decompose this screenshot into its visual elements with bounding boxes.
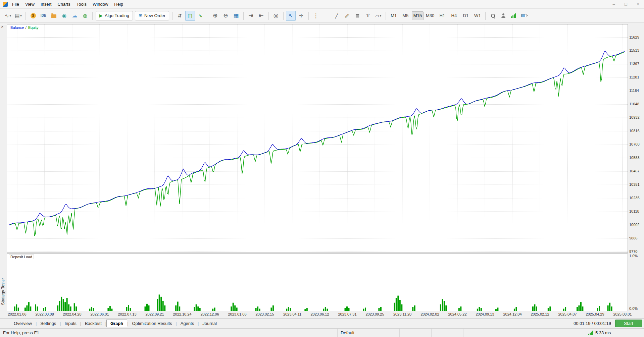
search-button[interactable]: [488, 11, 498, 21]
y-axis-label: 10467: [629, 169, 640, 173]
metaeditor-button[interactable]: IDE: [39, 11, 48, 21]
cursor-button[interactable]: ↖: [286, 11, 296, 21]
fibonacci-icon: ≣: [355, 13, 360, 18]
timeframe-w1[interactable]: W1: [472, 11, 483, 20]
timeframe-h4[interactable]: H4: [448, 11, 459, 20]
tab-journal[interactable]: Journal: [199, 320, 220, 327]
objects-button[interactable]: ▱▾: [374, 11, 383, 21]
connection-status-button[interactable]: [509, 11, 518, 21]
cursor-arrow-icon: ↖: [289, 13, 293, 18]
tab-backtest[interactable]: Backtest: [81, 320, 105, 327]
toolbar-separator: [485, 12, 486, 20]
timeframe-m5[interactable]: M5: [400, 11, 411, 20]
date-tick-label: 2024.05.22: [448, 312, 466, 316]
menu: FileViewInsertChartsToolsWindowHelp: [9, 0, 126, 8]
menu-item-help[interactable]: Help: [111, 0, 126, 8]
date-tick-label: 2023.11.20: [393, 312, 411, 316]
tester-tabs-row: Overview|Settings|Inputs|Backtest|Graph|…: [0, 318, 644, 328]
tile-windows-icon: ◫: [188, 13, 192, 18]
depth-of-market-button[interactable]: ⇵: [175, 11, 185, 21]
menu-item-window[interactable]: Window: [90, 0, 111, 8]
trendline-button[interactable]: ╱: [332, 11, 342, 21]
timeframe-h1[interactable]: H1: [437, 11, 448, 20]
grid-button[interactable]: ▦: [231, 11, 241, 21]
tick-chart-button[interactable]: ∿: [196, 11, 205, 21]
channel-button[interactable]: ∥: [342, 11, 352, 21]
tab-optimization-results[interactable]: Optimization Results: [128, 320, 176, 327]
toolbar-separator: [283, 12, 284, 20]
y-axis-label: 10235: [629, 196, 640, 200]
deposit-max-label: 1.0%: [629, 254, 638, 258]
tab-settings[interactable]: Settings: [37, 320, 60, 327]
chart-shift-button[interactable]: ⇥: [246, 11, 256, 21]
tab-overview[interactable]: Overview: [10, 320, 36, 327]
crosshair-button[interactable]: ✛: [296, 11, 306, 21]
date-tick-label: 2022.12.06: [200, 312, 219, 316]
market-button[interactable]: [49, 11, 59, 21]
menu-item-insert[interactable]: Insert: [38, 0, 55, 8]
shapes-icon: ▱: [375, 13, 379, 18]
timeframe-m30[interactable]: M30: [424, 11, 436, 20]
minimize-button[interactable]: –: [608, 0, 620, 8]
maximize-button[interactable]: □: [620, 0, 632, 8]
market-watch-button[interactable]: $: [28, 11, 38, 21]
text-button[interactable]: T: [363, 11, 373, 21]
date-tick-label: 2022.07.13: [118, 312, 136, 316]
date-tick-label: 2025.04.07: [558, 312, 577, 316]
balance-equity-chart: Balance / Equity: [7, 24, 628, 253]
y-axis-label: 11513: [629, 48, 639, 52]
menu-item-view[interactable]: View: [22, 0, 38, 8]
connection-cell: 5.33 ms: [585, 329, 644, 337]
tab-agents[interactable]: Agents: [177, 320, 198, 327]
timeframe-m1[interactable]: M1: [388, 11, 399, 20]
legend-balance: Balance: [10, 25, 24, 30]
new-order-button-label: New Order: [144, 13, 165, 18]
balance-equity-plot: [7, 24, 628, 252]
close-tester-icon[interactable]: ×: [1, 24, 4, 29]
help-text: For Help, press F1: [0, 329, 338, 337]
tab-inputs[interactable]: Inputs: [61, 320, 80, 327]
toolbar-separator: [308, 12, 309, 20]
date-tick-label: 2022.04.28: [63, 312, 81, 316]
vertical-line-button[interactable]: ┆: [311, 11, 321, 21]
timeframe-m15[interactable]: M15: [412, 11, 424, 20]
menu-item-charts[interactable]: Charts: [54, 0, 73, 8]
date-tick-label: 2023.06.12: [310, 312, 329, 316]
tester-title-strip: × Strategy Tester: [0, 24, 7, 318]
date-tick-label: 2024.09.13: [476, 312, 494, 316]
zoom-in-button[interactable]: ⊕: [210, 11, 220, 21]
menu-item-file[interactable]: File: [9, 0, 22, 8]
zoom-out-button[interactable]: ⊖: [221, 11, 231, 21]
signals-button[interactable]: ◉: [59, 11, 69, 21]
account-button[interactable]: [498, 11, 508, 21]
tab-graph[interactable]: Graph: [106, 320, 127, 327]
toolbar-separator: [243, 12, 244, 20]
profile-cell[interactable]: Default: [338, 329, 400, 337]
battery-button[interactable]: [519, 11, 529, 21]
algo-trading-button[interactable]: ▶Algo Trading: [96, 11, 133, 20]
fibonacci-button[interactable]: ≣: [353, 11, 362, 21]
y-axis-label: 11164: [629, 89, 639, 93]
close-button[interactable]: ×: [632, 0, 644, 8]
trendline-icon: ╱: [335, 13, 338, 18]
tile-windows-button[interactable]: ◫: [185, 11, 195, 21]
start-button[interactable]: Start: [615, 320, 642, 327]
tester-title: Strategy Tester: [1, 278, 5, 305]
new-order-button[interactable]: ⊞New Order: [135, 11, 169, 20]
chart-profiles-button[interactable]: ▤▾: [13, 11, 23, 21]
toolbar: ∿▾▤▾$IDE◉☁◍▶Algo Trading⊞New Order⇵◫∿⊕⊖▦…: [0, 9, 644, 23]
date-tick-label: 2022.10.24: [173, 312, 191, 316]
horizontal-line-icon: ─: [325, 13, 328, 18]
toolbar-separator: [386, 12, 386, 20]
window-controls: – □ ×: [608, 0, 644, 8]
horizontal-line-button[interactable]: ─: [321, 11, 331, 21]
community-button[interactable]: ◍: [80, 11, 90, 21]
new-chart-button[interactable]: ∿▾: [3, 11, 13, 21]
menu-item-tools[interactable]: Tools: [73, 0, 90, 8]
vps-button[interactable]: ☁: [70, 11, 80, 21]
screenshot-button[interactable]: ◎: [271, 11, 281, 21]
timeframe-d1[interactable]: D1: [460, 11, 471, 20]
legend-equity: Equity: [28, 25, 39, 30]
auto-scroll-button[interactable]: ⇤: [256, 11, 266, 21]
date-tick-label: 2024.02.02: [420, 312, 439, 316]
